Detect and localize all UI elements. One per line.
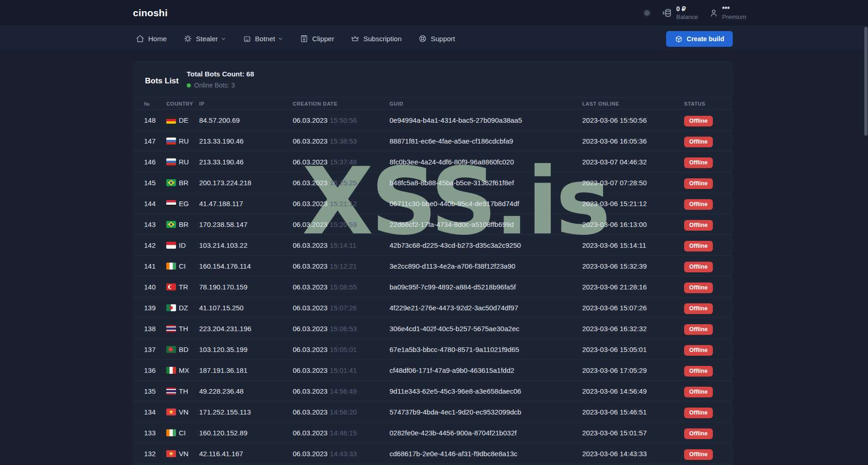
nav-item-label: Home xyxy=(148,35,167,43)
table-row[interactable]: 143BR170.238.58.14706.03.202315:20:5922d… xyxy=(133,214,733,235)
creation-date: 06.03.202315:37:48 xyxy=(293,151,357,172)
last-online: 2023-03-06 15:07:26 xyxy=(582,297,647,318)
guid: 0282fe0e-423b-4456-900a-8704f21b032f xyxy=(390,422,516,443)
topbar-right: $ 0 ₽ Balance *** Premium xyxy=(643,0,746,26)
svg-text:$: $ xyxy=(662,11,665,15)
creation-time: 15:08:55 xyxy=(330,283,357,291)
nav-item-label: Botnet xyxy=(255,35,275,43)
table-header: №COUNTRYIPCREATION DATEGUIDLAST ONLINEST… xyxy=(133,97,733,110)
table-row[interactable]: 145BR200.173.224.21806.03.202315:25:25b4… xyxy=(133,172,733,193)
creation-date: 06.03.202315:14:11 xyxy=(293,235,356,256)
sun-icon[interactable] xyxy=(643,9,651,17)
nav-item-home[interactable]: Home xyxy=(136,34,167,43)
guid: ba09c95f-7c99-4892-a884-d5218b96fa5f xyxy=(390,276,516,297)
country-code: MX xyxy=(179,360,189,381)
table-row[interactable]: 147RU213.33.190.4606.03.202315:38:538887… xyxy=(133,131,733,151)
cube-icon xyxy=(675,35,683,43)
status-badge: Offline xyxy=(684,261,713,271)
last-online: 2023-03-07 07:28:50 xyxy=(582,172,647,193)
table-row[interactable]: 148DE84.57.200.6906.03.202315:50:560e949… xyxy=(133,110,733,131)
ip-address: 213.33.190.46 xyxy=(199,131,244,151)
guid: 4f229e21-276e-4473-92d2-3ac50d74df97 xyxy=(390,297,518,318)
scrollbar-thumb[interactable] xyxy=(864,27,868,136)
person-icon xyxy=(709,8,718,18)
table-row[interactable]: 142ID103.214.103.2206.03.202315:14:1142b… xyxy=(133,235,733,256)
nav-item-botnet[interactable]: Botnet xyxy=(243,34,283,43)
table-row[interactable]: 144EG41.47.188.11706.03.202315:21:120671… xyxy=(133,193,733,214)
guid: 0e94994a-b4a1-4314-bac5-27b090a38aa5 xyxy=(390,110,522,131)
nav-item-label: Subscription xyxy=(363,35,402,43)
table-row[interactable]: 146RU213.33.190.4606.03.202315:37:488fc0… xyxy=(133,151,733,172)
column-header-country: COUNTRY xyxy=(166,101,193,107)
creation-time: 14:46:15 xyxy=(330,429,357,437)
creation-date: 06.03.202315:06:53 xyxy=(293,318,357,339)
flag-icon xyxy=(166,221,176,228)
country-code: BR xyxy=(179,214,189,235)
status-badge: Offline xyxy=(684,115,713,126)
nav-item-support[interactable]: Support xyxy=(418,34,455,43)
creation-date: 06.03.202315:01:41 xyxy=(293,360,357,381)
last-online: 2023-03-06 17:05:29 xyxy=(582,360,647,381)
floppy-icon xyxy=(300,34,308,43)
flag-icon xyxy=(166,242,176,249)
table-row[interactable]: 136MX187.191.36.18106.03.202315:01:41cf4… xyxy=(133,360,733,381)
ip-address: 103.214.103.22 xyxy=(199,235,247,256)
country-code: BR xyxy=(179,172,189,193)
table-row[interactable]: 140TR78.190.170.15906.03.202315:08:55ba0… xyxy=(133,276,733,297)
ip-address: 200.173.224.218 xyxy=(199,172,252,193)
last-online: 2023-03-06 15:01:57 xyxy=(582,422,647,443)
country-code: VN xyxy=(179,402,189,422)
table-row[interactable]: 134VN171.252.155.11306.03.202314:56:2057… xyxy=(133,402,733,422)
column-header-num: № xyxy=(144,101,150,107)
guid: cd68617b-2e0e-4146-af31-f9dbc8e8a13c xyxy=(390,443,517,464)
virus-icon xyxy=(183,34,192,43)
column-header-guid: GUID xyxy=(390,101,403,107)
creation-date: 06.03.202314:43:33 xyxy=(293,443,357,464)
table-row[interactable]: 139DZ41.107.15.25006.03.202315:07:264f22… xyxy=(133,297,733,318)
country-code: CI xyxy=(179,256,186,276)
creation-time: 15:38:53 xyxy=(330,137,357,145)
flag-icon xyxy=(166,408,176,415)
balance-display[interactable]: $ 0 ₽ Balance xyxy=(662,5,698,21)
row-number: 140 xyxy=(144,276,156,297)
row-number: 148 xyxy=(144,110,156,131)
table-row[interactable]: 138TH223.204.231.19606.03.202315:06:5330… xyxy=(133,318,733,339)
guid: 22d66cf2-17fa-4734-8d0c-a5108ffb699d xyxy=(390,214,514,235)
table-row[interactable]: 133CI160.120.152.8906.03.202314:46:15028… xyxy=(133,422,733,443)
online-bots: Online Bots: 3 xyxy=(187,82,235,89)
creation-time: 15:50:56 xyxy=(330,116,357,124)
creation-date: 06.03.202315:12:21 xyxy=(293,256,357,276)
country-code: DZ xyxy=(179,297,188,318)
table-row[interactable]: 132VN42.116.41.16706.03.202314:43:33cd68… xyxy=(133,443,733,464)
creation-time: 15:05:01 xyxy=(330,346,357,353)
flag-icon xyxy=(166,138,176,145)
creation-time: 14:43:33 xyxy=(330,450,357,458)
nav-item-subscription[interactable]: Subscription xyxy=(351,34,402,43)
ip-address: 170.238.58.147 xyxy=(199,214,247,235)
status-badge: Offline xyxy=(684,198,713,209)
creation-time: 15:21:12 xyxy=(330,200,357,207)
nav-item-stealer[interactable]: Stealer xyxy=(183,34,226,43)
column-header-ip: IP xyxy=(199,101,205,107)
creation-date: 06.03.202315:07:26 xyxy=(293,297,357,318)
table-row[interactable]: 141CI160.154.176.11406.03.202315:12:213e… xyxy=(133,256,733,276)
app-logo[interactable]: cinoshi xyxy=(133,0,168,26)
row-number: 141 xyxy=(144,256,156,276)
nav-items: HomeStealerBotnetClipperSubscriptionSupp… xyxy=(136,26,455,51)
flag-icon xyxy=(166,346,176,353)
chevron-down-icon xyxy=(278,36,283,41)
create-build-button[interactable]: Create build xyxy=(666,31,733,47)
table-row[interactable]: 135TH49.228.236.4806.03.202314:56:499d11… xyxy=(133,381,733,402)
flag-icon xyxy=(166,117,176,124)
balance-label: Balance xyxy=(676,13,698,21)
table-row[interactable]: 137BD103.120.35.19906.03.202315:05:0167e… xyxy=(133,339,733,360)
nav-item-clipper[interactable]: Clipper xyxy=(300,34,334,43)
flag-icon xyxy=(166,283,176,290)
nav-item-label: Support xyxy=(431,35,455,43)
premium-display[interactable]: *** Premium xyxy=(709,5,746,21)
creation-date: 06.03.202314:56:20 xyxy=(293,402,357,422)
guid: 3e2cc890-d113-4e2a-a706-f38f12f23a90 xyxy=(390,256,516,276)
row-number: 137 xyxy=(144,339,156,360)
creation-date: 06.03.202315:50:56 xyxy=(293,110,357,131)
ip-address: 213.33.190.46 xyxy=(199,151,244,172)
